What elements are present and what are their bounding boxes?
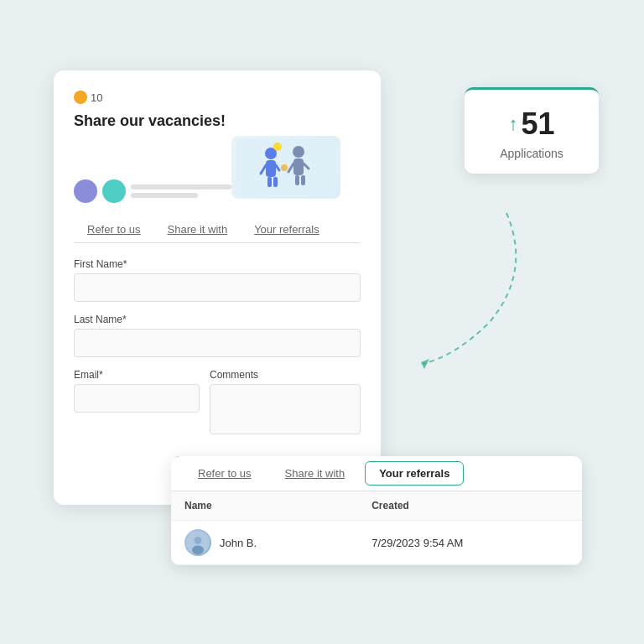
- trend-arrow-icon: ↑: [508, 115, 517, 133]
- svg-rect-12: [301, 175, 305, 185]
- comments-input[interactable]: [210, 384, 361, 434]
- main-card: 10 Share our vacancies!: [54, 70, 381, 505]
- svg-rect-5: [267, 177, 272, 187]
- comments-label: Comments: [210, 369, 361, 381]
- svg-marker-15: [421, 359, 429, 369]
- svg-rect-6: [273, 177, 278, 187]
- last-name-input[interactable]: [74, 329, 361, 357]
- col-created: Created: [358, 491, 582, 521]
- person-avatar-svg: [186, 531, 210, 554]
- email-group: Email*: [74, 369, 200, 438]
- tab-refer-to-us[interactable]: Refer to us: [74, 216, 154, 242]
- svg-rect-8: [293, 158, 304, 175]
- main-tabs: Refer to us Share it with Your referrals: [74, 216, 361, 243]
- tab-share-it-with[interactable]: Share it with: [154, 216, 242, 242]
- email-comments-row: Email* Comments: [74, 369, 361, 449]
- referral-name: John B.: [220, 537, 257, 549]
- card-header: 10: [74, 91, 361, 104]
- title-section: Share our vacancies!: [74, 112, 361, 179]
- scene: 10 Share our vacancies!: [37, 54, 607, 590]
- name-with-avatar: John B.: [184, 529, 345, 556]
- svg-rect-2: [266, 160, 276, 177]
- referral-name-cell: John B.: [171, 521, 358, 565]
- coin-icon: [74, 91, 87, 104]
- applications-count: 51: [521, 106, 554, 142]
- applications-number-row: ↑ 51: [508, 106, 554, 142]
- first-name-input[interactable]: [74, 273, 361, 302]
- first-name-label: First Name*: [74, 258, 361, 270]
- referrals-tabs: Refer to us Share it with Your referrals: [171, 456, 582, 491]
- applications-card: ↑ 51 Applications: [465, 87, 599, 174]
- svg-rect-11: [295, 175, 299, 185]
- applications-label: Applications: [500, 147, 564, 160]
- referrals-tab-refer[interactable]: Refer to us: [181, 456, 268, 491]
- referral-created: 7/29/2023 9:54 AM: [358, 521, 582, 565]
- table-row: John B. 7/29/2023 9:54 AM: [171, 521, 582, 565]
- coin-count: 10: [91, 91, 102, 104]
- first-name-group: First Name*: [74, 258, 361, 302]
- last-name-label: Last Name*: [74, 314, 361, 325]
- col-name: Name: [171, 491, 358, 521]
- referrals-tab-share[interactable]: Share it with: [268, 456, 362, 491]
- comments-group: Comments: [210, 369, 361, 438]
- referral-avatar: [184, 529, 211, 556]
- email-label: Email*: [74, 369, 200, 381]
- avatar-2: [102, 179, 126, 203]
- coin-badge: 10: [74, 91, 102, 104]
- dashed-arrow-decoration: [406, 205, 540, 372]
- referrals-tab-your-referrals[interactable]: Your referrals: [365, 461, 464, 486]
- svg-point-18: [192, 546, 204, 555]
- illustration-svg: [236, 138, 336, 197]
- svg-point-13: [281, 164, 288, 171]
- table-header-row: Name Created: [171, 491, 582, 521]
- progress-line-1: [131, 184, 231, 190]
- svg-point-7: [293, 146, 304, 158]
- referrals-card: Refer to us Share it with Your referrals…: [171, 456, 582, 565]
- email-input[interactable]: [74, 384, 200, 413]
- tab-your-referrals[interactable]: Your referrals: [241, 216, 333, 242]
- card-title: Share our vacancies!: [74, 112, 361, 130]
- referrals-table: Name Created: [171, 491, 582, 565]
- avatar-1: [74, 179, 97, 203]
- last-name-group: Last Name*: [74, 314, 361, 357]
- illustration: [231, 136, 340, 199]
- svg-point-17: [195, 537, 202, 544]
- svg-point-14: [273, 143, 282, 151]
- progress-lines: [131, 184, 231, 198]
- progress-line-2: [131, 193, 198, 198]
